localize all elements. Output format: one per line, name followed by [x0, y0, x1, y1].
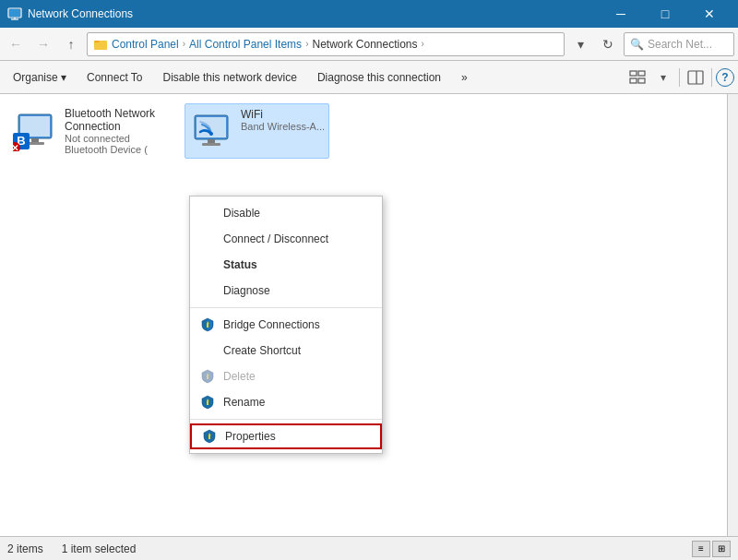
close-button[interactable]: ✕ — [688, 0, 731, 28]
minimize-button[interactable]: ─ — [600, 0, 642, 28]
title-bar: Network Connections ─ □ ✕ — [0, 0, 738, 28]
svg-point-23 — [209, 132, 213, 136]
svg-rect-7 — [630, 78, 637, 83]
folder-icon — [93, 37, 108, 52]
scrollbar-track[interactable] — [727, 94, 738, 536]
bluetooth-item-status: Not connected — [65, 133, 162, 144]
ctx-create-shortcut[interactable]: Create Shortcut — [190, 338, 382, 363]
disable-icon — [199, 205, 216, 221]
list-view-button[interactable]: ≡ — [692, 541, 710, 557]
context-menu: Disable Connect / Disconnect Status Diag… — [189, 196, 383, 454]
status-icon — [199, 256, 216, 273]
bluetooth-item-name: Bluetooth Network Connection — [65, 107, 162, 133]
preview-pane-button[interactable] — [684, 66, 708, 89]
breadcrumb: Control Panel › All Control Panel Items … — [87, 32, 565, 56]
ctx-delete[interactable]: Delete — [190, 363, 382, 389]
view-icon — [629, 69, 646, 86]
back-button[interactable]: ← — [4, 32, 28, 56]
refresh-button[interactable]: ↻ — [596, 32, 620, 56]
ctx-separator-2 — [190, 419, 382, 420]
window-title: Network Connections — [28, 7, 133, 20]
rename-shield-icon — [199, 394, 216, 411]
wifi-item-name: WiFi — [241, 108, 325, 121]
breadcrumb-control-panel[interactable]: Control Panel — [112, 38, 179, 51]
network-item-wifi[interactable]: WiFi Band Wireless-A... — [184, 103, 329, 159]
view-options-button[interactable] — [625, 66, 649, 89]
connect-to-button[interactable]: Connect To — [77, 65, 152, 90]
toolbar: Organise ▾ Connect To Disable this netwo… — [0, 61, 738, 94]
status-bar: 2 items 1 item selected ≡ ⊞ — [0, 536, 738, 560]
svg-rect-8 — [638, 78, 645, 83]
toolbar-right: ▾ ? — [625, 66, 734, 89]
monitor-icon: B ✕ — [13, 107, 57, 151]
svg-text:✕: ✕ — [13, 143, 18, 152]
window-controls: ─ □ ✕ — [600, 0, 731, 28]
delete-shield-icon — [199, 368, 216, 385]
address-right: ▾ ↻ — [568, 32, 620, 56]
search-placeholder: Search Net... — [648, 38, 712, 51]
status-bar-right: ≡ ⊞ — [692, 541, 731, 557]
svg-rect-31 — [208, 435, 210, 439]
pane-icon — [687, 69, 704, 86]
breadcrumb-all-items[interactable]: All Control Panel Items — [189, 38, 302, 51]
up-button[interactable]: ↑ — [59, 32, 83, 56]
selected-count: 1 item selected — [62, 542, 137, 555]
toolbar-separator — [679, 68, 680, 87]
ctx-bridge-connections[interactable]: Bridge Connections — [190, 312, 382, 338]
wifi-icon-stack — [189, 108, 233, 152]
organise-button[interactable]: Organise ▾ — [4, 65, 76, 90]
bridge-shield-icon — [199, 316, 216, 333]
svg-rect-3 — [9, 9, 20, 17]
svg-rect-25 — [207, 324, 208, 328]
ctx-status[interactable]: Status — [190, 252, 382, 278]
bluetooth-icon-stack: B ✕ — [13, 107, 57, 151]
items-count: 2 items — [7, 542, 43, 555]
search-icon: 🔍 — [630, 38, 644, 51]
help-button[interactable]: ? — [716, 68, 734, 87]
breadcrumb-network-connections: Network Connections — [312, 38, 417, 51]
svg-rect-22 — [202, 143, 220, 146]
forward-button[interactable]: → — [31, 32, 55, 56]
ctx-diagnose[interactable]: Diagnose — [190, 278, 382, 304]
svg-rect-5 — [630, 71, 637, 76]
connect-icon — [199, 231, 216, 247]
diagnose-icon — [199, 282, 216, 299]
dropdown-button[interactable]: ▾ — [568, 32, 592, 56]
bluetooth-item-text: Bluetooth Network Connection Not connect… — [65, 107, 162, 155]
network-item-bluetooth[interactable]: B ✕ Bluetooth Network Connection Not con… — [9, 103, 166, 159]
wifi-item-text: WiFi Band Wireless-A... — [241, 108, 325, 132]
svg-rect-6 — [638, 71, 645, 76]
maximize-button[interactable]: □ — [644, 0, 686, 28]
more-button[interactable]: » — [452, 65, 477, 90]
bluetooth-item-type: Bluetooth Device ( — [65, 144, 162, 155]
view-dropdown-button[interactable]: ▾ — [651, 66, 675, 89]
files-area: B ✕ Bluetooth Network Connection Not con… — [0, 94, 738, 168]
ctx-connect-disconnect[interactable]: Connect / Disconnect — [190, 226, 382, 252]
svg-rect-27 — [207, 375, 208, 379]
wifi-icon — [189, 108, 233, 152]
svg-rect-29 — [207, 401, 208, 405]
main-content: B ✕ Bluetooth Network Connection Not con… — [0, 94, 738, 536]
diagnose-button[interactable]: Diagnose this connection — [308, 65, 450, 90]
svg-rect-9 — [688, 71, 703, 84]
address-bar: ← → ↑ Control Panel › All Control Panel … — [0, 28, 738, 61]
ctx-properties[interactable]: Properties — [190, 423, 382, 449]
ctx-separator-1 — [190, 307, 382, 308]
toolbar-separator-2 — [711, 68, 712, 87]
disable-button[interactable]: Disable this network device — [154, 65, 306, 90]
ctx-rename[interactable]: Rename — [190, 389, 382, 415]
ctx-disable[interactable]: Disable — [190, 200, 382, 226]
search-box[interactable]: 🔍 Search Net... — [624, 32, 734, 56]
shortcut-icon — [199, 342, 216, 359]
properties-shield-icon — [201, 428, 218, 445]
wifi-item-status: Band Wireless-A... — [241, 121, 325, 132]
grid-view-button[interactable]: ⊞ — [712, 541, 731, 557]
window-icon — [7, 6, 22, 21]
